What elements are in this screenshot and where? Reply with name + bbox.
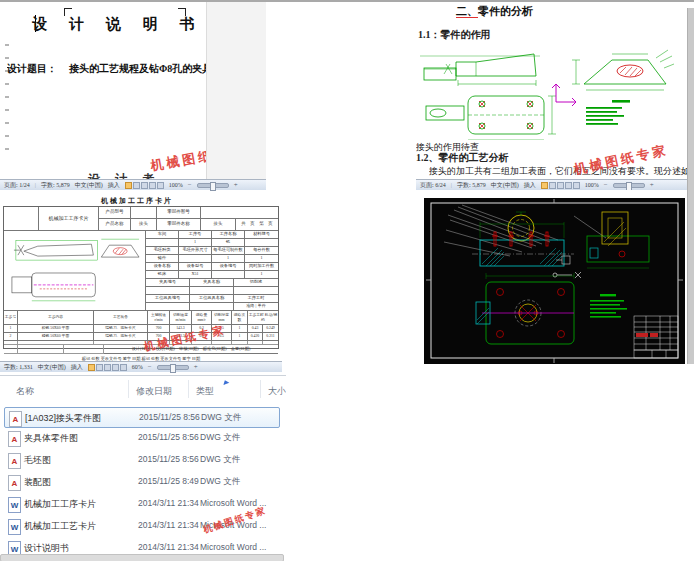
zoom-in-button[interactable]: + [650,182,654,189]
zoom-slider-handle[interactable] [170,364,176,373]
file-name[interactable]: 装配图 [24,476,51,489]
file-row[interactable]: A 装配图 2015/11/25 8:49 DWG 文件 [4,472,280,493]
info-value [179,255,212,263]
pages-cell: 共 页 第 页 [236,219,278,231]
status-language[interactable]: 中文(中国) [491,181,519,190]
zoom-out-button[interactable]: − [604,182,608,189]
column-divider[interactable] [260,380,261,398]
info-value: 1 [212,255,245,263]
horizontal-scrollbar[interactable] [0,554,284,561]
status-page[interactable]: 页面: 1/24 [4,181,30,190]
view-mode-buttons[interactable] [541,182,580,189]
zoom-level[interactable]: 60% [132,364,143,370]
column-type[interactable]: 类型 [196,385,214,398]
file-row[interactable]: A 夹具体零件图 2015/11/25 8:56 DWG 文件 [4,428,280,449]
info-label: 夹具名称 [190,279,234,287]
step-cell: 粗铣 50X60 平面 [18,325,94,333]
step-col: 工艺装备 [94,311,148,325]
info-label: 同时加工件数 [245,263,278,271]
zoom-in-button[interactable]: + [234,182,238,189]
zoom-slider[interactable] [613,183,645,188]
paragraph-marks [5,44,9,150]
word-file-icon: W [8,519,21,535]
list-header: 名称 修改日期 类型 大小 [0,376,286,404]
info-label: 工位器具名称 [190,295,234,303]
cursor-arrow-icon [223,380,229,386]
status-words[interactable]: 字数: 5,879 [457,181,486,190]
file-type: DWG 文件 [200,476,240,488]
dwg-file-icon: A [9,411,22,427]
doc1-title: 设 计 说 明 书 [30,15,206,34]
column-size[interactable]: 大小 [268,385,286,398]
info-label: 工序工时 [234,295,278,303]
status-language[interactable]: 中文(中国) [38,363,66,372]
zoom-in-button[interactable]: + [194,364,198,371]
word-doc-part-analysis: 二、零件的分析 1.1：零件的作用 [416,2,688,190]
info-value: 准终 | 单件 [234,303,278,311]
step-col: 进给次数 [232,311,248,325]
zoom-slider[interactable] [157,365,189,370]
status-words[interactable]: 字数: 5,879 [41,181,70,190]
zoom-level[interactable]: 100% [585,182,599,188]
separator: | [451,182,452,188]
info-label: 工序号 [179,231,212,239]
step-col: 主轴转速 r/min [148,311,170,325]
info-label: 夹具编号 [146,279,190,287]
step-row: 2 精铣 50X60 平面 端铣刀、游标卡尺 700 143.3 0.2 0.5… [4,333,278,341]
doc1-page: 设 计 说 明 书 设计题目：接头的工艺规程及钻Φ8孔的夹具设计 设 计 者 机… [0,2,207,179]
step-cell: 2 [4,333,18,341]
step-col: 工步内容 [18,311,94,325]
status-insert-mode[interactable]: 插入 [524,181,536,190]
info-value [146,239,179,247]
status-words[interactable]: 字数: 1,331 [4,363,33,372]
next-page-peek-text: 设 计 者 [88,171,160,179]
info-value [212,271,245,279]
view-mode-buttons[interactable] [88,364,127,371]
column-name[interactable]: 名称 [16,385,34,398]
autocad-assembly-drawing [424,198,685,364]
part-name-value: 接头 [201,219,236,231]
info-value: X51 [179,271,212,279]
column-date-modified[interactable]: 修改日期 [136,385,172,398]
doc2-heading: 二、零件的分析 [456,4,533,19]
file-name[interactable]: 机械加工工序卡片 [24,498,96,511]
status-page[interactable]: 页面: 6/24 [420,181,446,190]
zoom-slider-handle[interactable] [210,182,216,191]
part-sketch [4,231,145,311]
zoom-out-button[interactable]: − [188,182,192,189]
product-model-label: 产品型号 [99,207,131,219]
zoom-slider-handle[interactable] [626,182,632,191]
view-mode-buttons[interactable] [125,182,164,189]
zoom-slider[interactable] [197,183,229,188]
column-divider[interactable] [128,380,129,398]
file-name[interactable]: 机械加工工艺卡片 [24,520,96,533]
info-value [234,287,278,295]
zoom-level[interactable]: 100% [169,182,183,188]
info-value: 1 [245,271,278,279]
file-name[interactable]: 夹具体零件图 [24,432,78,445]
info-label: 设备编号 [212,263,245,271]
zoom-out-button[interactable]: − [148,364,152,371]
file-row[interactable]: A [1A032]接头零件图 2015/11/25 8:56 DWG 文件 [4,407,280,428]
scrollbar-edge[interactable] [687,8,694,364]
word-doc-process-card: 机械加工工序卡片 机械加工工序卡片 产品型号 零部件图号 产品名称 接头 零部件… [0,195,282,375]
info-value [146,287,190,295]
status-language[interactable]: 中文(中国) [75,181,103,190]
info-label: 材料牌号 [245,231,278,239]
info-label: 每台件数 [245,247,278,255]
step-cell: 0.420 [248,333,263,341]
subject-label: 设计题目： [7,63,57,74]
doc2-body-text: 接头的加工共有二组加工表面，它们相互之间没有要求。现分述如 [429,165,687,178]
file-name[interactable]: 毛坯图 [24,454,51,467]
status-insert-mode[interactable]: 插入 [108,181,120,190]
file-name[interactable]: [1A032]接头零件图 [25,412,101,425]
cad-canvas[interactable] [424,198,685,364]
info-label: 切削液 [234,279,278,287]
file-row[interactable]: A 毛坯图 2015/11/25 8:56 DWG 文件 [4,450,280,471]
process-card-table: 机械加工工序卡片 产品型号 零部件图号 产品名称 接头 零部件名称 接头 共 页… [3,206,279,349]
column-divider[interactable] [188,380,189,398]
status-insert-mode[interactable]: 插入 [71,363,83,372]
info-value: 铣 [212,239,245,247]
file-date: 2014/3/11 21:34 [138,542,199,552]
doc2-section-1-2: 1.2、零件的工艺分析 [416,151,509,165]
